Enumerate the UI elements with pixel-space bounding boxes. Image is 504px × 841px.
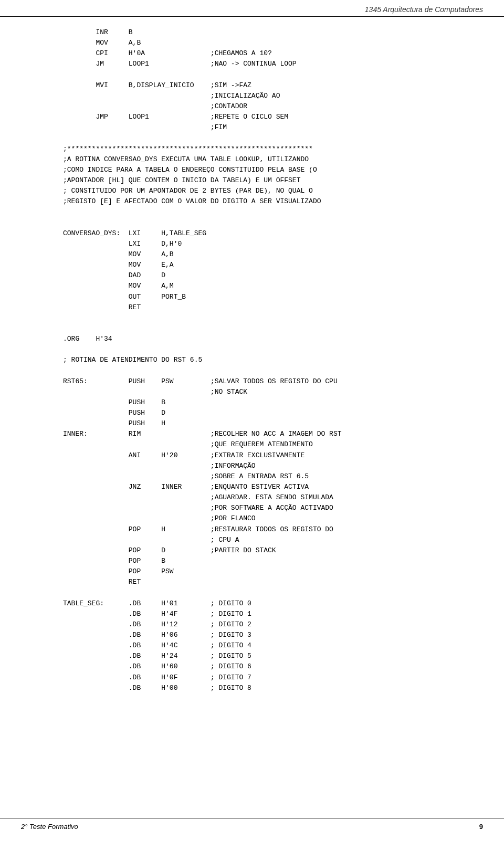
footer-left: 2° Teste Formativo [21,823,78,831]
footer-right: 9 [479,823,483,831]
page-footer: 2° Teste Formativo 9 [0,818,504,831]
page-header: 1345 Arquitectura de Computadores [0,0,504,17]
header-title: 1345 Arquitectura de Computadores [365,5,483,14]
main-content: INR B MOV A,B CPI H'0A ;CHEGAMOS A 10? J… [0,17,504,714]
code-block: INR B MOV A,B CPI H'0A ;CHEGAMOS A 10? J… [63,27,483,693]
